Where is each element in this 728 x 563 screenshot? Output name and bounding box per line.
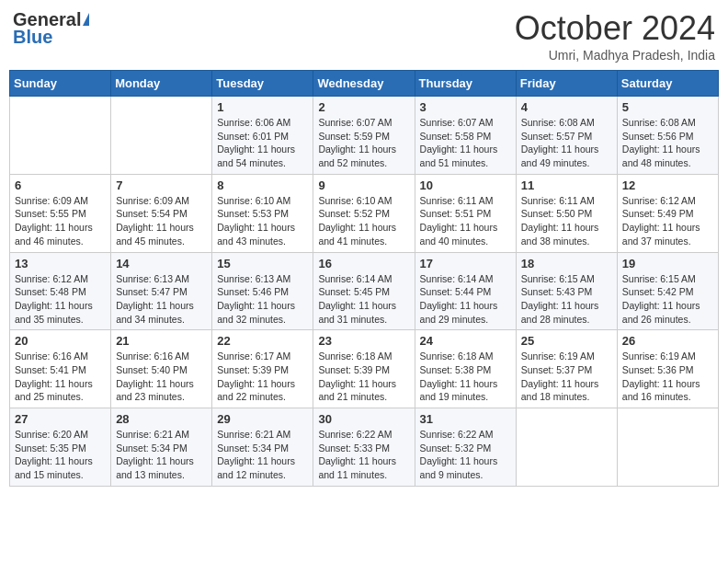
logo-triangle-icon: [83, 13, 89, 26]
cell-info-line: Sunset: 5:51 PM: [420, 207, 511, 221]
cell-info-line: and 52 minutes.: [318, 156, 409, 170]
cell-info-line: and 43 minutes.: [217, 235, 308, 248]
calendar-cell: 27Sunrise: 6:20 AMSunset: 5:35 PMDayligh…: [10, 408, 111, 487]
calendar-cell: 30Sunrise: 6:22 AMSunset: 5:33 PMDayligh…: [313, 408, 415, 487]
cell-info-line: Daylight: 11 hours: [622, 143, 713, 156]
day-number: 12: [622, 178, 713, 192]
cell-info-line: Sunset: 5:50 PM: [521, 207, 612, 221]
cell-info-line: Daylight: 11 hours: [15, 299, 106, 313]
cell-info-line: Daylight: 11 hours: [217, 221, 308, 235]
cell-info-line: Daylight: 11 hours: [521, 299, 612, 313]
cell-info-line: Sunset: 5:54 PM: [116, 207, 207, 221]
cell-info-line: Daylight: 11 hours: [217, 299, 308, 313]
cell-info-line: Sunrise: 6:15 AM: [521, 272, 612, 286]
calendar-week-row: 27Sunrise: 6:20 AMSunset: 5:35 PMDayligh…: [10, 408, 719, 487]
cell-info-line: Sunset: 5:39 PM: [217, 363, 308, 377]
cell-info-line: Sunset: 5:34 PM: [116, 442, 207, 455]
cell-info-line: Sunset: 5:53 PM: [217, 207, 308, 221]
calendar-cell: [617, 408, 718, 487]
calendar-cell: 14Sunrise: 6:13 AMSunset: 5:47 PMDayligh…: [111, 252, 212, 330]
cell-info-line: Sunset: 5:35 PM: [15, 442, 106, 455]
cell-info-line: Sunrise: 6:12 AM: [622, 194, 713, 208]
calendar-cell: [111, 97, 212, 175]
cell-info-line: Daylight: 11 hours: [116, 377, 207, 391]
calendar-cell: 16Sunrise: 6:14 AMSunset: 5:45 PMDayligh…: [313, 252, 415, 330]
column-header-saturday: Saturday: [617, 71, 718, 97]
day-number: 8: [217, 178, 308, 192]
cell-info-line: and 28 minutes.: [521, 313, 612, 327]
cell-info-line: Sunset: 5:49 PM: [622, 207, 713, 221]
cell-info-line: Sunrise: 6:13 AM: [116, 272, 207, 286]
column-header-sunday: Sunday: [10, 71, 111, 97]
calendar-week-row: 1Sunrise: 6:06 AMSunset: 6:01 PMDaylight…: [10, 97, 719, 175]
cell-info-line: and 45 minutes.: [116, 235, 207, 248]
cell-info-line: and 41 minutes.: [318, 235, 409, 248]
day-number: 29: [217, 412, 308, 426]
cell-info-line: Sunrise: 6:08 AM: [622, 116, 713, 130]
day-number: 20: [15, 334, 106, 348]
cell-info-line: Sunrise: 6:18 AM: [420, 350, 511, 363]
calendar-cell: 17Sunrise: 6:14 AMSunset: 5:44 PMDayligh…: [415, 252, 516, 330]
cell-info-line: Sunset: 5:43 PM: [521, 285, 612, 299]
cell-info-line: Sunrise: 6:08 AM: [521, 116, 612, 130]
cell-info-line: Sunrise: 6:12 AM: [15, 272, 106, 286]
cell-info-line: Sunset: 5:57 PM: [521, 130, 612, 144]
cell-info-line: and 54 minutes.: [217, 156, 308, 170]
cell-info-line: Sunset: 5:45 PM: [318, 285, 409, 299]
calendar-cell: 8Sunrise: 6:10 AMSunset: 5:53 PMDaylight…: [212, 174, 313, 252]
page-header: General Blue October 2024 Umri, Madhya P…: [9, 9, 719, 63]
cell-info-line: Daylight: 11 hours: [318, 377, 409, 391]
calendar-cell: 6Sunrise: 6:09 AMSunset: 5:55 PMDaylight…: [10, 174, 111, 252]
calendar-week-row: 13Sunrise: 6:12 AMSunset: 5:48 PMDayligh…: [10, 252, 719, 330]
calendar-cell: 28Sunrise: 6:21 AMSunset: 5:34 PMDayligh…: [111, 408, 212, 487]
calendar-cell: 18Sunrise: 6:15 AMSunset: 5:43 PMDayligh…: [516, 252, 617, 330]
column-header-friday: Friday: [516, 71, 617, 97]
cell-info-line: Sunrise: 6:19 AM: [521, 350, 612, 363]
cell-info-line: and 51 minutes.: [420, 156, 511, 170]
cell-info-line: and 32 minutes.: [217, 313, 308, 327]
logo: General Blue: [13, 9, 89, 48]
cell-info-line: Sunset: 5:41 PM: [15, 363, 106, 377]
calendar-cell: 15Sunrise: 6:13 AMSunset: 5:46 PMDayligh…: [212, 252, 313, 330]
day-number: 2: [318, 100, 409, 114]
cell-info-line: Daylight: 11 hours: [318, 454, 409, 468]
cell-info-line: Sunrise: 6:22 AM: [318, 428, 409, 442]
cell-info-line: Sunrise: 6:22 AM: [420, 428, 511, 442]
cell-info-line: Sunrise: 6:11 AM: [420, 194, 511, 208]
cell-info-line: Daylight: 11 hours: [420, 377, 511, 391]
day-number: 13: [15, 257, 106, 270]
day-number: 17: [420, 257, 511, 270]
day-number: 31: [420, 412, 511, 426]
cell-info-line: and 29 minutes.: [420, 313, 511, 327]
cell-info-line: Sunrise: 6:10 AM: [217, 194, 308, 208]
cell-info-line: and 22 minutes.: [217, 390, 308, 404]
cell-info-line: Sunrise: 6:13 AM: [217, 272, 308, 286]
calendar-cell: 25Sunrise: 6:19 AMSunset: 5:37 PMDayligh…: [516, 330, 617, 408]
cell-info-line: and 12 minutes.: [217, 468, 308, 482]
cell-info-line: Sunset: 5:37 PM: [521, 363, 612, 377]
cell-info-line: Sunset: 5:47 PM: [116, 285, 207, 299]
cell-info-line: Sunrise: 6:18 AM: [318, 350, 409, 363]
cell-info-line: and 35 minutes.: [15, 313, 106, 327]
cell-info-line: Sunrise: 6:17 AM: [217, 350, 308, 363]
cell-info-line: Sunset: 5:36 PM: [622, 363, 713, 377]
day-number: 15: [217, 257, 308, 270]
day-number: 14: [116, 257, 207, 270]
day-number: 26: [622, 334, 713, 348]
day-number: 24: [420, 334, 511, 348]
calendar-cell: 20Sunrise: 6:16 AMSunset: 5:41 PMDayligh…: [10, 330, 111, 408]
cell-info-line: Sunset: 5:38 PM: [420, 363, 511, 377]
cell-info-line: Sunrise: 6:11 AM: [521, 194, 612, 208]
calendar-cell: 26Sunrise: 6:19 AMSunset: 5:36 PMDayligh…: [617, 330, 718, 408]
day-number: 3: [420, 100, 511, 114]
day-number: 28: [116, 412, 207, 426]
calendar-cell: [516, 408, 617, 487]
cell-info-line: Sunset: 5:32 PM: [420, 442, 511, 455]
cell-info-line: and 46 minutes.: [15, 235, 106, 248]
calendar-cell: 12Sunrise: 6:12 AMSunset: 5:49 PMDayligh…: [617, 174, 718, 252]
cell-info-line: Sunrise: 6:20 AM: [15, 428, 106, 442]
day-number: 25: [521, 334, 612, 348]
title-block: October 2024 Umri, Madhya Pradesh, India: [515, 9, 715, 63]
cell-info-line: Sunrise: 6:06 AM: [217, 116, 308, 130]
cell-info-line: and 21 minutes.: [318, 390, 409, 404]
